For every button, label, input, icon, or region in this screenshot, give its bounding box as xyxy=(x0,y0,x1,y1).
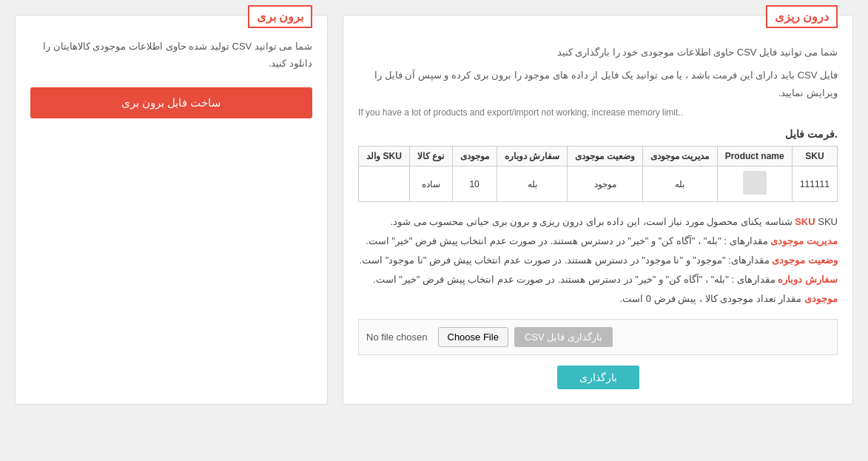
export-panel: برون بری شما می توانید CSV تولید شده حاو… xyxy=(15,15,328,405)
product-thumbnail xyxy=(743,171,767,195)
info-block: SKU SKU شناسه یکنای محصول مورد نیاز است،… xyxy=(358,212,838,309)
cell-stock: 10 xyxy=(452,166,497,202)
main-layout: درون ریزی شما می توانید فایل CSV حاوی اط… xyxy=(15,15,853,405)
cell-product-image xyxy=(717,166,792,202)
export-button[interactable]: ساخت فایل برون بری xyxy=(30,87,312,118)
col-sku: SKU xyxy=(792,147,837,166)
col-stock: موجودی xyxy=(452,147,497,166)
choose-file-button[interactable]: Choose File xyxy=(438,327,508,347)
col-type: نوع کالا xyxy=(410,147,453,166)
sku-info: SKU SKU شناسه یکنای محصول مورد نیاز است،… xyxy=(358,212,838,232)
stock-label: موجودی xyxy=(804,293,838,304)
export-panel-title: برون بری xyxy=(248,5,312,28)
cell-parent-sku xyxy=(359,166,410,202)
reorder-info: سفارش دوباره مقدارهای : "بله" ، "آگاه کن… xyxy=(358,270,838,289)
inventory-mgmt-label: مدیریت موجودی xyxy=(770,235,838,246)
csv-table: SKU Product name مدیریت موجودی وضعیت موج… xyxy=(358,146,838,202)
cell-sku: 111111 xyxy=(792,166,837,202)
inventory-mgmt-info: مدیریت موجودی مقدارهای : "بله" ، "آگاه ک… xyxy=(358,232,838,251)
cell-type: ساده xyxy=(410,166,453,202)
inventory-status-info: وضعیت موجودی مقدارهای: "موجود" و "نا موج… xyxy=(358,251,838,270)
sku-label: SKU xyxy=(795,216,815,227)
col-product-name: Product name xyxy=(717,147,792,166)
submit-button[interactable]: بارگذاری xyxy=(557,366,639,389)
export-desc: شما می توانید CSV تولید شده حاوی اطلاعات… xyxy=(30,38,312,73)
col-inventory-status: وضعیت موجودی xyxy=(568,147,643,166)
import-desc1: شما می توانید فایل CSV حاوی اطلاعات موجو… xyxy=(358,44,838,61)
inventory-status-label: وضعیت موجودی xyxy=(772,255,838,266)
import-note: If you have a lot of products and export… xyxy=(358,107,838,118)
upload-csv-button[interactable]: بارگذاری فایل CSV xyxy=(514,327,613,347)
col-reorder: سفارش دوباره xyxy=(497,147,568,166)
no-file-text: No file chosen xyxy=(366,332,427,343)
import-panel: درون ریزی شما می توانید فایل CSV حاوی اط… xyxy=(343,15,853,405)
file-format-title: .فرمت فایل xyxy=(358,128,838,140)
table-row: 111111 بله موجود بله 10 ساده xyxy=(359,166,838,202)
cell-inventory-status: موجود xyxy=(568,166,643,202)
stock-info: موجودی مقدار تعداد موجودی کالا ، پیش فرض… xyxy=(358,289,838,309)
file-upload-row: No file chosen Choose File بارگذاری فایل… xyxy=(358,319,838,355)
col-inventory-mgmt: مدیریت موجودی xyxy=(642,147,717,166)
cell-inventory-mgmt: بله xyxy=(642,166,717,202)
cell-reorder: بله xyxy=(497,166,568,202)
col-parent-sku: SKU والد xyxy=(359,147,410,166)
import-panel-title: درون ریزی xyxy=(766,5,838,28)
import-desc2: فایل CSV باید دارای این فرمت باشد ، یا م… xyxy=(358,67,838,101)
reorder-label: سفارش دوباره xyxy=(778,274,838,285)
